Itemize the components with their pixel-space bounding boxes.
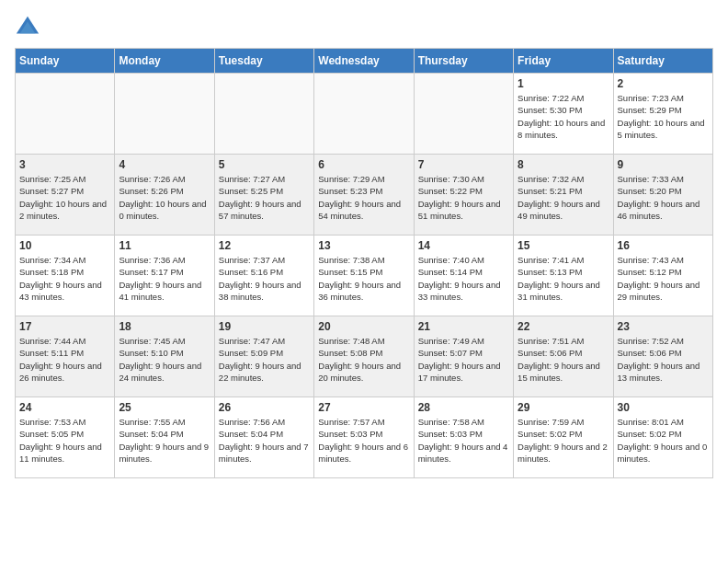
day-info: Sunrise: 7:52 AM Sunset: 5:06 PM Dayligh… <box>618 335 709 384</box>
day-info: Sunrise: 7:43 AM Sunset: 5:12 PM Dayligh… <box>618 254 709 303</box>
day-header-sunday: Sunday <box>16 49 115 74</box>
day-number: 9 <box>618 158 709 171</box>
day-number: 14 <box>418 239 509 252</box>
day-info: Sunrise: 7:25 AM Sunset: 5:27 PM Dayligh… <box>19 173 110 222</box>
day-number: 19 <box>219 320 310 333</box>
day-header-monday: Monday <box>115 49 214 74</box>
day-number: 15 <box>518 239 609 252</box>
calendar-header-row: SundayMondayTuesdayWednesdayThursdayFrid… <box>16 49 713 74</box>
calendar-cell: 18Sunrise: 7:45 AM Sunset: 5:10 PM Dayli… <box>115 316 214 397</box>
calendar-cell: 13Sunrise: 7:38 AM Sunset: 5:15 PM Dayli… <box>314 236 414 316</box>
calendar-cell: 19Sunrise: 7:47 AM Sunset: 5:09 PM Dayli… <box>214 316 313 397</box>
logo <box>15 15 42 40</box>
day-info: Sunrise: 7:47 AM Sunset: 5:09 PM Dayligh… <box>219 335 310 384</box>
day-number: 4 <box>119 158 210 171</box>
calendar-cell: 30Sunrise: 8:01 AM Sunset: 5:02 PM Dayli… <box>613 397 712 478</box>
day-header-tuesday: Tuesday <box>214 49 313 74</box>
day-number: 21 <box>418 320 509 333</box>
day-info: Sunrise: 7:44 AM Sunset: 5:11 PM Dayligh… <box>19 335 110 384</box>
day-info: Sunrise: 7:45 AM Sunset: 5:10 PM Dayligh… <box>119 335 210 384</box>
day-info: Sunrise: 7:55 AM Sunset: 5:04 PM Dayligh… <box>119 416 210 465</box>
day-info: Sunrise: 7:51 AM Sunset: 5:06 PM Dayligh… <box>518 335 609 384</box>
day-info: Sunrise: 7:48 AM Sunset: 5:08 PM Dayligh… <box>318 335 409 384</box>
day-info: Sunrise: 7:57 AM Sunset: 5:03 PM Dayligh… <box>318 416 409 465</box>
calendar-cell: 28Sunrise: 7:58 AM Sunset: 5:03 PM Dayli… <box>414 397 513 478</box>
day-info: Sunrise: 7:41 AM Sunset: 5:13 PM Dayligh… <box>518 254 609 303</box>
day-header-friday: Friday <box>514 49 613 74</box>
day-number: 2 <box>618 77 709 90</box>
day-number: 27 <box>318 401 409 414</box>
day-header-thursday: Thursday <box>414 49 513 74</box>
calendar-cell: 8Sunrise: 7:32 AM Sunset: 5:21 PM Daylig… <box>514 155 613 236</box>
day-info: Sunrise: 7:53 AM Sunset: 5:05 PM Dayligh… <box>19 416 110 465</box>
calendar-cell: 6Sunrise: 7:29 AM Sunset: 5:23 PM Daylig… <box>314 155 414 236</box>
calendar-cell: 11Sunrise: 7:36 AM Sunset: 5:17 PM Dayli… <box>115 236 214 316</box>
day-header-saturday: Saturday <box>613 49 712 74</box>
calendar-cell: 25Sunrise: 7:55 AM Sunset: 5:04 PM Dayli… <box>115 397 214 478</box>
logo-icon <box>15 15 40 40</box>
calendar-cell: 4Sunrise: 7:26 AM Sunset: 5:26 PM Daylig… <box>115 155 214 236</box>
day-info: Sunrise: 7:59 AM Sunset: 5:02 PM Dayligh… <box>518 416 609 465</box>
calendar-week-row: 10Sunrise: 7:34 AM Sunset: 5:18 PM Dayli… <box>16 236 713 316</box>
day-number: 23 <box>618 320 709 333</box>
day-number: 11 <box>119 239 210 252</box>
calendar-cell <box>314 74 414 155</box>
calendar-week-row: 17Sunrise: 7:44 AM Sunset: 5:11 PM Dayli… <box>16 316 713 397</box>
day-number: 10 <box>19 239 110 252</box>
calendar-cell: 29Sunrise: 7:59 AM Sunset: 5:02 PM Dayli… <box>514 397 613 478</box>
day-number: 18 <box>119 320 210 333</box>
day-number: 20 <box>318 320 409 333</box>
calendar-table: SundayMondayTuesdayWednesdayThursdayFrid… <box>15 48 713 478</box>
calendar-cell: 17Sunrise: 7:44 AM Sunset: 5:11 PM Dayli… <box>16 316 115 397</box>
day-info: Sunrise: 7:49 AM Sunset: 5:07 PM Dayligh… <box>418 335 509 384</box>
day-number: 5 <box>219 158 310 171</box>
calendar-cell: 3Sunrise: 7:25 AM Sunset: 5:27 PM Daylig… <box>16 155 115 236</box>
calendar-cell: 5Sunrise: 7:27 AM Sunset: 5:25 PM Daylig… <box>214 155 313 236</box>
calendar-cell: 1Sunrise: 7:22 AM Sunset: 5:30 PM Daylig… <box>514 74 613 155</box>
calendar-week-row: 24Sunrise: 7:53 AM Sunset: 5:05 PM Dayli… <box>16 397 713 478</box>
day-number: 8 <box>518 158 609 171</box>
day-number: 24 <box>19 401 110 414</box>
calendar-cell: 9Sunrise: 7:33 AM Sunset: 5:20 PM Daylig… <box>613 155 712 236</box>
day-number: 25 <box>119 401 210 414</box>
day-number: 29 <box>518 401 609 414</box>
calendar-cell <box>214 74 313 155</box>
calendar-cell <box>16 74 115 155</box>
day-info: Sunrise: 7:23 AM Sunset: 5:29 PM Dayligh… <box>618 92 709 141</box>
calendar-cell <box>115 74 214 155</box>
day-info: Sunrise: 7:34 AM Sunset: 5:18 PM Dayligh… <box>19 254 110 303</box>
day-number: 1 <box>518 77 609 90</box>
calendar-cell: 22Sunrise: 7:51 AM Sunset: 5:06 PM Dayli… <box>514 316 613 397</box>
calendar-cell: 16Sunrise: 7:43 AM Sunset: 5:12 PM Dayli… <box>613 236 712 316</box>
day-number: 12 <box>219 239 310 252</box>
day-number: 3 <box>19 158 110 171</box>
calendar-cell: 20Sunrise: 7:48 AM Sunset: 5:08 PM Dayli… <box>314 316 414 397</box>
day-info: Sunrise: 7:40 AM Sunset: 5:14 PM Dayligh… <box>418 254 509 303</box>
calendar-cell: 27Sunrise: 7:57 AM Sunset: 5:03 PM Dayli… <box>314 397 414 478</box>
day-info: Sunrise: 7:26 AM Sunset: 5:26 PM Dayligh… <box>119 173 210 222</box>
day-number: 7 <box>418 158 509 171</box>
calendar-cell: 24Sunrise: 7:53 AM Sunset: 5:05 PM Dayli… <box>16 397 115 478</box>
calendar-cell: 10Sunrise: 7:34 AM Sunset: 5:18 PM Dayli… <box>16 236 115 316</box>
day-number: 28 <box>418 401 509 414</box>
calendar-cell: 21Sunrise: 7:49 AM Sunset: 5:07 PM Dayli… <box>414 316 513 397</box>
day-number: 22 <box>518 320 609 333</box>
calendar-cell: 23Sunrise: 7:52 AM Sunset: 5:06 PM Dayli… <box>613 316 712 397</box>
day-info: Sunrise: 7:37 AM Sunset: 5:16 PM Dayligh… <box>219 254 310 303</box>
day-info: Sunrise: 7:33 AM Sunset: 5:20 PM Dayligh… <box>618 173 709 222</box>
day-info: Sunrise: 7:38 AM Sunset: 5:15 PM Dayligh… <box>318 254 409 303</box>
calendar-cell: 12Sunrise: 7:37 AM Sunset: 5:16 PM Dayli… <box>214 236 313 316</box>
day-header-wednesday: Wednesday <box>314 49 414 74</box>
day-info: Sunrise: 7:32 AM Sunset: 5:21 PM Dayligh… <box>518 173 609 222</box>
day-info: Sunrise: 7:22 AM Sunset: 5:30 PM Dayligh… <box>518 92 609 141</box>
day-number: 26 <box>219 401 310 414</box>
calendar-cell: 15Sunrise: 7:41 AM Sunset: 5:13 PM Dayli… <box>514 236 613 316</box>
day-info: Sunrise: 7:36 AM Sunset: 5:17 PM Dayligh… <box>119 254 210 303</box>
calendar-cell: 26Sunrise: 7:56 AM Sunset: 5:04 PM Dayli… <box>214 397 313 478</box>
day-number: 17 <box>19 320 110 333</box>
day-info: Sunrise: 8:01 AM Sunset: 5:02 PM Dayligh… <box>618 416 709 465</box>
day-info: Sunrise: 7:29 AM Sunset: 5:23 PM Dayligh… <box>318 173 409 222</box>
page-header <box>15 15 713 40</box>
calendar-cell: 14Sunrise: 7:40 AM Sunset: 5:14 PM Dayli… <box>414 236 513 316</box>
day-info: Sunrise: 7:27 AM Sunset: 5:25 PM Dayligh… <box>219 173 310 222</box>
